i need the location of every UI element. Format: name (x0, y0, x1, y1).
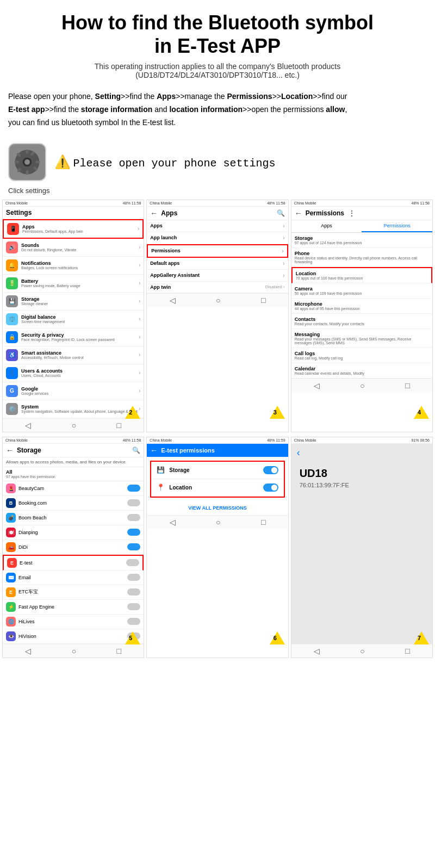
app-boom-beach[interactable]: 💣 Boom Beach (3, 511, 144, 525)
screen6: China Mobile91% 08:56 ‹ UD18 76:01:13:99… (291, 437, 433, 658)
recent-nav-icon[interactable]: □ (117, 421, 121, 430)
tab-apps[interactable]: Apps (291, 220, 362, 232)
app-booking[interactable]: B Booking.com (3, 496, 144, 511)
apps-icon: 📱 (7, 223, 19, 235)
recent-nav-icon[interactable]: □ (261, 296, 265, 305)
recent-nav-icon[interactable]: □ (261, 518, 265, 526)
fast-toggle[interactable] (127, 603, 140, 610)
app-beautycam[interactable]: 💄 BeautyCam (3, 481, 144, 496)
digital-balance-icon: ⚖️ (6, 313, 18, 325)
perm-location[interactable]: Location 70 apps out of 100 have this pe… (291, 267, 432, 283)
settings-apps-item[interactable]: 📱 Apps Permissions, Default apps, App tw… (3, 219, 144, 239)
storage-perm-toggle[interactable] (263, 466, 278, 474)
back-nav-icon[interactable]: ◁ (314, 381, 320, 390)
home-nav-icon[interactable]: ○ (360, 381, 364, 390)
recent-nav-icon[interactable]: □ (405, 647, 409, 655)
apps-item[interactable]: Apps › (147, 220, 288, 232)
perm-phone[interactable]: Phone Read device status and identity. D… (291, 248, 432, 267)
svg-point-2 (24, 159, 30, 165)
email-toggle[interactable] (127, 574, 140, 581)
back-nav-icon[interactable]: ◁ (314, 647, 320, 655)
security-icon: 🔒 (6, 331, 18, 343)
permissions-item[interactable]: Permissions › (147, 244, 288, 258)
screen2-status: China Mobile48% 11:58 (147, 200, 288, 207)
home-nav-icon[interactable]: ○ (72, 421, 76, 430)
tab-permissions[interactable]: Permissions (362, 220, 432, 232)
back-nav-icon[interactable]: ◁ (170, 518, 176, 526)
svg-rect-5 (15, 160, 19, 163)
didi-toggle[interactable] (127, 543, 140, 550)
appgallery-item[interactable]: AppGallery Assistant › (147, 270, 288, 282)
home-nav-icon[interactable]: ○ (216, 296, 220, 305)
perm-storage[interactable]: Storage 97 apps out of 124 have this per… (291, 233, 432, 248)
screen6-back-icon[interactable]: ‹ (297, 447, 300, 458)
subtitle: This operating instruction applies to al… (5, 62, 430, 79)
recent-nav-icon[interactable]: □ (405, 381, 409, 390)
users-icon: 👤 (6, 367, 18, 379)
settings-icon (8, 143, 46, 181)
screen6-nav: ◁ ○ □ (291, 644, 432, 658)
screen3-more-icon[interactable]: ⋮ (349, 209, 355, 217)
screen3-status: China Mobile48% 11:58 (291, 200, 432, 207)
settings-sounds-item: 🔊 Sounds Do not disturb, Ringtone, Vibra… (3, 239, 144, 257)
home-nav-icon[interactable]: ○ (216, 518, 220, 526)
settings-notifications-item: 🔔 Notifications Badges, Lock screen noti… (3, 257, 144, 275)
perm-microphone[interactable]: Microphone 44 apps out of 95 have this p… (291, 299, 432, 314)
app-didi[interactable]: 🚗 DiDi (3, 540, 144, 555)
default-apps-item[interactable]: Default apps › (147, 258, 288, 270)
perm-calendar[interactable]: Calendar Read calendar events and detail… (291, 363, 432, 379)
screen4: China Mobile48% 11:58 ← Storage 🔍 Allows… (2, 437, 144, 658)
boom-beach-toggle[interactable] (127, 514, 140, 521)
app-email[interactable]: ✉️ Email (3, 571, 144, 585)
app-dianping[interactable]: 🍽️ Dianping (3, 525, 144, 540)
screen4-title: Storage (17, 447, 41, 454)
back-nav-icon[interactable]: ◁ (25, 647, 31, 655)
home-nav-icon[interactable]: ○ (72, 647, 76, 655)
screen2-search-icon[interactable]: 🔍 (277, 209, 285, 217)
app-hilives[interactable]: 🌐 HiLives (3, 615, 144, 629)
storage-perm-row[interactable]: 💾 Storage (151, 462, 283, 479)
booking-toggle[interactable] (127, 499, 140, 506)
screen4-search-icon[interactable]: 🔍 (132, 447, 140, 454)
perm-camera[interactable]: Camera 50 apps out of 109 have this perm… (291, 283, 432, 299)
app-etc[interactable]: E ETC车宝 (3, 585, 144, 600)
screen2-header: ← Apps 🔍 (147, 207, 288, 220)
etest-toggle[interactable] (126, 559, 139, 566)
perm-calllogs[interactable]: Call logs Read call log, Modify call log (291, 348, 432, 363)
app-twin-item: App twin Disabled › (147, 282, 288, 293)
screen1-header: Settings (3, 207, 144, 219)
step4-badge (414, 406, 429, 420)
sounds-icon: 🔊 (6, 241, 18, 253)
permissions-tabs: Apps Permissions (291, 220, 432, 233)
screen2-back-icon[interactable]: ← (150, 209, 158, 218)
perm-contacts[interactable]: Contacts Read your contacts, Modify your… (291, 314, 432, 329)
back-nav-icon[interactable]: ◁ (170, 296, 176, 305)
screen5-back-icon[interactable]: ← (150, 446, 158, 455)
screen1-title: Settings (6, 209, 32, 216)
screen4-back-icon[interactable]: ← (6, 446, 14, 455)
screen4-header: ← Storage 🔍 (3, 444, 144, 457)
view-all-link[interactable]: VIEW ALL PERMISSIONS (147, 501, 288, 515)
location-perm-row[interactable]: 📍 Location (151, 479, 283, 497)
beautycam-icon: 💄 (6, 483, 16, 493)
screenshots-row-1: China Mobile48% 11:58 Settings 📱 Apps Pe… (0, 197, 435, 435)
app-fast[interactable]: ⚡ Fast App Engine (3, 600, 144, 615)
dianping-toggle[interactable] (127, 529, 140, 536)
screen5-status: China Mobile48% 11:59 (147, 437, 288, 444)
hilives-toggle[interactable] (127, 618, 140, 625)
settings-google-item: G Google Google services › (3, 382, 144, 400)
app-launch-item[interactable]: App launch › (147, 232, 288, 244)
location-perm-toggle[interactable] (263, 483, 278, 492)
storage-icon: 💾 (6, 295, 18, 307)
app-hivision[interactable]: 👁️ HiVision (3, 629, 144, 644)
etc-toggle[interactable] (127, 588, 140, 596)
home-nav-icon[interactable]: ○ (360, 647, 364, 655)
screen3-back-icon[interactable]: ← (295, 209, 302, 218)
perm-messaging[interactable]: Messaging Read your messages (SMS or MMS… (291, 329, 432, 348)
beautycam-toggle[interactable] (127, 485, 140, 492)
boom-beach-icon: 💣 (6, 513, 16, 523)
all-apps-label: All 97 apps have this permission (3, 467, 144, 481)
recent-nav-icon[interactable]: □ (117, 647, 121, 655)
back-nav-icon[interactable]: ◁ (25, 421, 31, 430)
app-etest[interactable]: E E-test (3, 555, 144, 571)
